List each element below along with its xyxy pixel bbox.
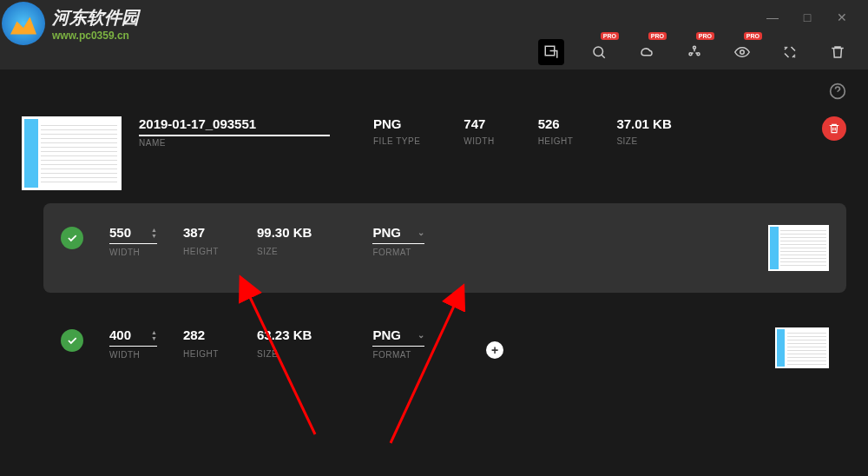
variant-format-value: PNG — [372, 327, 401, 342]
variant-width-value: 400 — [109, 327, 131, 342]
watermark-title: 河东软件园 — [52, 6, 139, 30]
variant-thumbnail[interactable] — [768, 225, 829, 271]
variant-height-field: 282 HEIGHT — [183, 327, 231, 359]
watermark-logo-icon — [2, 2, 45, 45]
variant-height-label: HEIGHT — [183, 349, 231, 359]
svg-point-2 — [694, 46, 696, 49]
file-size-value: 37.01 KB — [616, 116, 671, 135]
cloud-tool-button[interactable]: PRO — [634, 39, 660, 65]
network-tool-button[interactable]: PRO — [681, 39, 707, 65]
svg-point-1 — [594, 47, 603, 56]
variant-format-field[interactable]: PNG ⌄ FORMAT — [372, 327, 424, 360]
close-button[interactable]: ✕ — [825, 4, 859, 30]
file-type-field: PNG FILE TYPE — [373, 116, 420, 148]
stepper-icon[interactable]: ▲▼ — [151, 329, 157, 341]
variant-format-field[interactable]: PNG ⌄ FORMAT — [372, 225, 424, 257]
variant-size-field: 99.30 KB SIZE — [257, 225, 312, 256]
check-icon — [61, 227, 83, 249]
file-header: 2019-01-17_093551 NAME PNG FILE TYPE 747… — [22, 116, 846, 190]
file-width-value: 747 — [464, 116, 494, 135]
watermark-text: 河东软件园 www.pc0359.cn — [52, 6, 139, 42]
preview-tool-button[interactable]: PRO — [729, 39, 755, 65]
variant-size-field: 63.23 KB SIZE — [257, 327, 312, 359]
file-size-label: SIZE — [616, 136, 671, 146]
file-width-field: 747 WIDTH — [464, 116, 494, 148]
help-button[interactable] — [829, 83, 846, 103]
variant-size-value: 99.30 KB — [257, 225, 312, 243]
delete-file-button[interactable] — [822, 116, 846, 141]
variant-size-label: SIZE — [257, 247, 312, 256]
watermark-url: www.pc0359.cn — [52, 30, 139, 42]
file-thumbnail[interactable] — [22, 116, 122, 190]
watermark: 河东软件园 www.pc0359.cn — [2, 2, 139, 45]
file-height-label: HEIGHT — [538, 136, 574, 146]
maximize-button[interactable]: □ — [790, 4, 825, 30]
file-name-label: NAME — [139, 138, 330, 148]
svg-point-5 — [740, 50, 745, 55]
settings-tool-button[interactable] — [777, 39, 803, 65]
stepper-icon[interactable]: ▲▼ — [151, 227, 157, 239]
chevron-down-icon: ⌄ — [418, 228, 424, 237]
file-type-label: FILE TYPE — [373, 136, 420, 146]
minimize-button[interactable]: — — [755, 4, 790, 30]
file-width-label: WIDTH — [464, 136, 494, 146]
file-height-value: 526 — [538, 116, 574, 135]
variant-height-value: 282 — [183, 327, 231, 346]
zoom-tool-button[interactable]: PRO — [586, 39, 612, 65]
variant-height-value: 387 — [183, 225, 231, 243]
pro-badge: PRO — [744, 32, 762, 40]
variant-height-field: 387 HEIGHT — [183, 225, 231, 256]
variant-thumbnail[interactable] — [775, 327, 829, 368]
variant-format-label: FORMAT — [372, 248, 424, 257]
add-variant-button[interactable]: + — [486, 341, 503, 359]
file-size-field: 37.01 KB SIZE — [616, 116, 671, 148]
variant-width-value: 550 — [109, 225, 131, 240]
check-icon — [61, 329, 83, 352]
variant-width-field[interactable]: 400 ▲▼ WIDTH — [109, 327, 157, 360]
variant-width-label: WIDTH — [109, 248, 157, 257]
help-row — [0, 69, 868, 108]
file-name-value: 2019-01-17_093551 — [139, 116, 330, 136]
pro-badge: PRO — [696, 32, 714, 40]
variant-width-field[interactable]: 550 ▲▼ WIDTH — [109, 225, 157, 257]
file-type-value: PNG — [373, 116, 420, 135]
crop-tool-button[interactable] — [538, 39, 564, 65]
variant-size-label: SIZE — [257, 349, 312, 359]
svg-point-3 — [689, 53, 692, 56]
variant-format-label: FORMAT — [372, 350, 424, 360]
variant-card[interactable]: 550 ▲▼ WIDTH 387 HEIGHT 99.30 KB SIZE PN… — [43, 203, 846, 293]
svg-point-4 — [697, 53, 700, 56]
variant-height-label: HEIGHT — [183, 247, 231, 256]
trash-tool-button[interactable] — [825, 39, 851, 65]
variant-card[interactable]: 400 ▲▼ WIDTH 282 HEIGHT 63.23 KB SIZE PN… — [43, 306, 846, 390]
file-name-field[interactable]: 2019-01-17_093551 NAME — [139, 116, 330, 148]
variant-size-value: 63.23 KB — [257, 327, 312, 346]
pro-badge: PRO — [601, 32, 619, 40]
variant-width-label: WIDTH — [109, 350, 157, 360]
pro-badge: PRO — [648, 32, 667, 40]
chevron-down-icon: ⌄ — [418, 330, 424, 340]
content: 2019-01-17_093551 NAME PNG FILE TYPE 747… — [0, 108, 868, 412]
file-height-field: 526 HEIGHT — [538, 116, 574, 148]
file-meta-row: 2019-01-17_093551 NAME PNG FILE TYPE 747… — [139, 116, 846, 148]
variant-format-value: PNG — [372, 225, 401, 240]
